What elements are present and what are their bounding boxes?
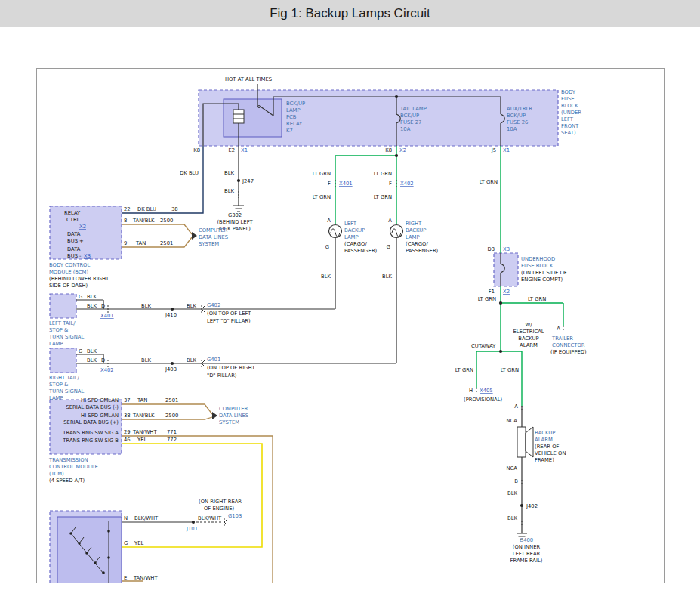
- circuit-772: 772: [167, 437, 177, 443]
- pin-d: D: [101, 357, 105, 363]
- right-lamp-caption: BACKUP: [406, 227, 426, 233]
- tcm-row4: TRANS RNG SW SIG B: [62, 437, 119, 444]
- wire-lt-grn: [335, 146, 563, 406]
- tcm-row1: SERIAL DATA BUS (-): [66, 404, 119, 410]
- alarm-caption-loc: VEHICLE ON: [535, 450, 566, 456]
- relay-label: LAMP: [286, 107, 301, 113]
- wire-label-tanblk: TAN/BLK: [132, 218, 155, 224]
- wire-label-blk: BLK: [87, 348, 97, 354]
- bcm-ref-x2: X2: [79, 224, 86, 230]
- bcm-row-busplus: DATA: [67, 231, 81, 237]
- connector-ref-x3: X3: [503, 246, 510, 252]
- alarm-caption-loc: FRAME): [535, 457, 554, 463]
- wire-dk-blu: [122, 146, 203, 213]
- pin-a: A: [388, 218, 392, 224]
- tcm-caption: CONTROL MODULE: [49, 464, 98, 470]
- ground-g103-loc: OF ENGINE): [204, 506, 234, 512]
- circuit-2500: 2500: [165, 413, 178, 419]
- wires: [76, 84, 563, 583]
- wire-label-ltgrn: LT GRN: [528, 296, 546, 302]
- with-alarm-label: BACKUP: [518, 335, 538, 342]
- ground-g302: G302: [228, 212, 242, 218]
- trailer-caption: TRAILER: [551, 335, 573, 342]
- left-tail-caption: TURN SIGNAL: [48, 334, 84, 340]
- pin-d3: D3: [487, 246, 495, 252]
- wire-label-ltgrn: LT GRN: [374, 171, 392, 177]
- ground-g302-loc: (BEHIND LEFT: [217, 219, 253, 225]
- tcm-row2: SERIAL DATA BUS (+): [63, 419, 119, 425]
- cutaway-label: CUTAWAY: [471, 343, 496, 349]
- connector-ref-x1: X1: [241, 147, 248, 153]
- pin-g: G: [79, 294, 82, 300]
- body-fuse-block-caption: (UNDER: [561, 110, 581, 116]
- bcm-caption: MODULE (BCM): [49, 269, 88, 275]
- wire-label-blkwht: BLK/WHT: [134, 515, 159, 521]
- tcm-pin-38: 38: [124, 413, 131, 419]
- wire-label-ltgrn: LT GRN: [313, 171, 331, 177]
- circuit-771: 771: [167, 429, 177, 435]
- pin-f: F: [328, 181, 331, 187]
- pin-b: B: [514, 478, 518, 484]
- connector-ref-x405: X405: [480, 388, 493, 394]
- right-tail-caption: RIGHT TAIL/: [49, 375, 79, 381]
- right-lamp-caption: (CARGO/: [406, 241, 428, 247]
- data-lines-label: SYSTEM: [199, 241, 219, 247]
- left-tail-lamp-box: [50, 294, 76, 318]
- g302-ground-symbol: [233, 202, 244, 212]
- wire-label-ltgrn: LT GRN: [480, 179, 498, 185]
- wire-label-dkblu: DK BLU: [180, 170, 199, 176]
- pin-e: E: [124, 575, 127, 581]
- tcm-offpage-arrow: [212, 412, 217, 419]
- ground-g400-loc: (ON INNER: [513, 544, 541, 550]
- wire-label-blk: BLK: [187, 357, 196, 363]
- wire-label-ltgrn: LT GRN: [501, 367, 519, 373]
- ground-g401-loc: (ON TOP OF RIGHT: [207, 365, 256, 371]
- right-lamp-caption: RIGHT: [406, 221, 422, 227]
- fuse26-label: FUSE 26: [507, 119, 528, 125]
- wire-label-blk: BLK: [507, 490, 517, 496]
- bcm-caption-loc: SIDE OF DASH): [49, 283, 88, 289]
- bcm-ref-x3: X3: [84, 253, 91, 259]
- left-tail-caption: LEFT TAIL/: [49, 320, 76, 326]
- connector-ref-x2: X2: [399, 147, 406, 153]
- pin-j5: J5: [491, 147, 496, 153]
- tcm-caption-loc: (4 SPEED A/T): [49, 478, 85, 484]
- fuse26-label: 10A: [507, 126, 517, 132]
- left-backup-lamp-symbol: [329, 225, 342, 238]
- tcm-row2: HI SPD GMLAN: [81, 413, 119, 419]
- left-tail-caption: STOP &: [49, 327, 69, 333]
- pin-d: D: [101, 303, 105, 309]
- pin-g: G: [124, 540, 128, 546]
- tcm-row1: HI SPD GMLAN: [81, 397, 119, 403]
- fuse27-label: FUSE 27: [400, 119, 421, 125]
- wire-label-blk: BLK: [187, 303, 196, 309]
- wire-label-tan: TAN: [137, 397, 147, 403]
- fuse26-label: BCK/UP: [507, 113, 526, 119]
- ground-g400-loc: FRAME RAIL): [510, 558, 543, 564]
- bcm-caption: BODY CONTROL: [49, 262, 90, 268]
- bcm-pin-9: 9: [124, 240, 127, 246]
- data-lines-label: DATA LINES: [199, 234, 228, 240]
- wire-label-yel: YEL: [137, 437, 146, 443]
- pin-a: A: [327, 218, 331, 224]
- wire-label-blk: BLK: [87, 357, 97, 363]
- left-tail-caption: LAMP: [49, 341, 63, 347]
- left-lamp-caption: LAMP: [344, 234, 359, 240]
- circuit-2500: 2500: [160, 218, 173, 224]
- bcm-row-relay: RELAY: [64, 210, 81, 216]
- pin-g: G: [387, 244, 390, 250]
- bcm-row-busminus: DATA: [67, 246, 81, 252]
- left-lamp-caption: BACKUP: [344, 227, 365, 233]
- underhood-caption: FUSE BLOCK: [521, 263, 554, 269]
- bcm-pin-22: 22: [124, 206, 131, 212]
- pin-f1: F1: [489, 289, 495, 295]
- right-tail-caption: STOP &: [49, 382, 69, 388]
- wire-label-blk: BLK: [87, 303, 97, 309]
- ground-g400: G400: [520, 537, 533, 543]
- left-lamp-caption: (CARGO/: [344, 241, 367, 247]
- underhood-caption-loc: (ON LEFT SIDE OF: [521, 270, 567, 276]
- relay-label: PCB: [286, 114, 297, 120]
- provisional-label: (PROVISIONAL): [464, 397, 503, 403]
- right-tail-caption: TURN SIGNAL: [48, 388, 84, 394]
- trailer-caption: CONNECTOR: [552, 342, 585, 348]
